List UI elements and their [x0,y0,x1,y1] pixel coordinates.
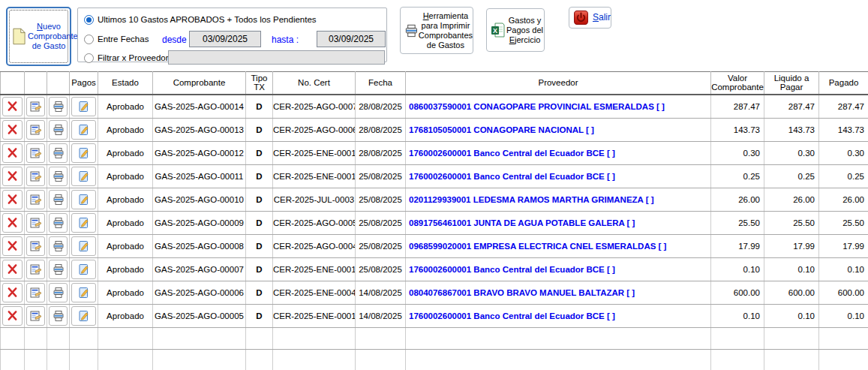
new-voucher-button[interactable]: Nuevo Comprobante de Gasto [6,7,71,66]
print-row-button[interactable] [49,260,68,279]
payments-row-button[interactable] [71,120,96,140]
pagado-cell: 143.73 [819,118,868,141]
comprobante-cell: GAS-2025-AGO-00009 [153,211,246,234]
to-label: hasta : [272,35,299,45]
comprobante-cell: GAS-2025-AGO-00013 [153,118,246,141]
proveedor-link[interactable]: 1760002600001 Banco Central del Ecuador … [406,304,711,327]
print-row-button[interactable] [49,283,68,302]
voucher-row: AprobadoGAS-2025-AGO-00007DCER-2025-ENE-… [1,257,868,281]
liquido-cell: 0.10 [764,304,819,327]
pagado-cell: 600.00 [819,281,868,304]
print-row-icon [53,147,65,159]
delete-x-icon [7,124,18,135]
radio-last10[interactable] [84,15,94,25]
payments-row-button[interactable] [71,213,96,233]
print-row-icon [53,287,65,299]
filter-last10-label: Ultimos 10 Gastos APROBADOS + Todos los … [98,15,317,24]
estado-cell: Aprobado [98,281,153,304]
print-row-button[interactable] [49,120,68,140]
print-row-icon [53,194,65,206]
properties-row-button[interactable] [26,167,45,186]
properties-row-button[interactable] [26,260,45,279]
print-row-button[interactable] [49,190,68,209]
delete-row-button[interactable] [2,283,23,302]
properties-row-button[interactable] [26,213,45,233]
tipo-tx-cell: D [246,118,273,141]
print-row-button[interactable] [49,97,68,116]
toolbar: Nuevo Comprobante de Gasto Ultimos 10 Ga… [0,0,868,71]
tipo-tx-cell: D [246,304,273,327]
properties-row-button[interactable] [26,190,45,209]
delete-x-icon [7,101,18,112]
date-to-input[interactable] [317,31,386,47]
exit-button[interactable]: Salir [569,7,611,29]
payments-row-button[interactable] [71,167,96,186]
delete-row-button[interactable] [2,190,23,209]
proveedor-link[interactable]: 1768105050001 CONAGOPARE NACIONAL [ ] [406,118,711,141]
print-row-button[interactable] [49,143,68,163]
properties-row-button[interactable] [26,283,45,302]
filter-last10-option[interactable]: Ultimos 10 Gastos APROBADOS + Todos los … [84,14,317,26]
delete-row-button[interactable] [2,236,23,256]
payments-row-button[interactable] [71,97,96,116]
properties-row-button[interactable] [26,306,45,326]
payments-row-button[interactable] [71,260,96,279]
proveedor-link[interactable]: 1760002600001 Banco Central del Ecuador … [406,257,711,281]
header-no-cert: No. Cert [273,72,356,95]
vouchers-table: Pagos Estado Comprobante Tipo TX No. Cer… [0,71,868,370]
no-cert-cell: CER-2025-AGO-0004 [273,234,356,257]
delete-row-button[interactable] [2,260,23,279]
delete-row-button[interactable] [2,167,23,186]
printer-icon [404,23,419,38]
valor-cell: 600.00 [711,281,764,304]
provider-filter-input[interactable] [168,50,385,65]
payments-row-button[interactable] [71,306,96,326]
delete-x-icon [7,263,18,275]
properties-icon [30,101,42,113]
no-cert-cell: CER-2025-ENE-0001 [273,304,356,327]
payments-row-button[interactable] [71,283,96,302]
delete-row-button[interactable] [2,306,23,326]
proveedor-link[interactable]: 0860037590001 CONAGOPARE PROVINCIAL ESME… [406,95,711,119]
power-icon [574,11,588,25]
proveedor-link[interactable]: 0968599020001 EMPRESA ELECTRICA CNEL ESM… [406,234,711,257]
proveedor-link[interactable]: 0891756461001 JUNTA DE AGUA POTABLE GALE… [406,211,711,234]
print-row-button[interactable] [49,306,68,326]
header-properties-col [25,72,47,95]
edit-payments-icon [78,240,90,252]
payments-row-button[interactable] [71,236,96,256]
proveedor-link[interactable]: 1760002600001 Banco Central del Ecuador … [406,164,711,188]
fecha-cell: 28/08/2025 [356,95,406,119]
estado-cell: Aprobado [98,211,153,234]
comprobante-cell: GAS-2025-AGO-00014 [153,95,246,119]
properties-row-button[interactable] [26,97,45,116]
delete-row-button[interactable] [2,120,23,140]
print-vouchers-tool-button[interactable]: Herramienta para Imprimir Comprobantes d… [400,7,473,54]
filter-provider-option[interactable]: Filtrar x Proveedor [84,52,169,64]
print-row-button[interactable] [49,167,68,186]
delete-row-button[interactable] [2,97,23,116]
delete-row-button[interactable] [2,213,23,233]
tipo-tx-cell: D [246,95,273,119]
expense-vouchers-window: Nuevo Comprobante de Gasto Ultimos 10 Ga… [0,0,868,370]
proveedor-link[interactable]: 0201129939001 LEDESMA RAMOS MARTHA GRIMA… [406,188,711,211]
radio-filter-provider[interactable] [84,53,94,63]
properties-row-button[interactable] [26,120,45,140]
payments-row-button[interactable] [71,143,96,163]
voucher-row: AprobadoGAS-2025-AGO-00006DCER-2025-ENE-… [1,281,868,304]
radio-between-dates[interactable] [84,35,94,44]
print-row-button[interactable] [49,213,68,233]
properties-row-button[interactable] [26,143,45,163]
print-row-button[interactable] [49,236,68,256]
properties-row-button[interactable] [26,236,45,256]
vouchers-table-body: AprobadoGAS-2025-AGO-00014DCER-2025-AGO-… [1,95,868,370]
no-cert-cell: CER-2025-AGO-0006 [273,118,356,141]
date-from-input[interactable] [189,31,261,47]
filter-dates-option[interactable]: Entre Fechas [84,33,149,45]
excel-report-button[interactable]: X Gastos y Pagos del Ejercicio [486,8,545,52]
proveedor-link[interactable]: 0804076867001 BRAVO BRAVO MANUEL BALTAZA… [406,281,711,304]
payments-row-button[interactable] [71,190,96,209]
proveedor-link[interactable]: 1760002600001 Banco Central del Ecuador … [406,141,711,164]
delete-row-button[interactable] [2,143,23,163]
tipo-tx-cell: D [246,281,273,304]
